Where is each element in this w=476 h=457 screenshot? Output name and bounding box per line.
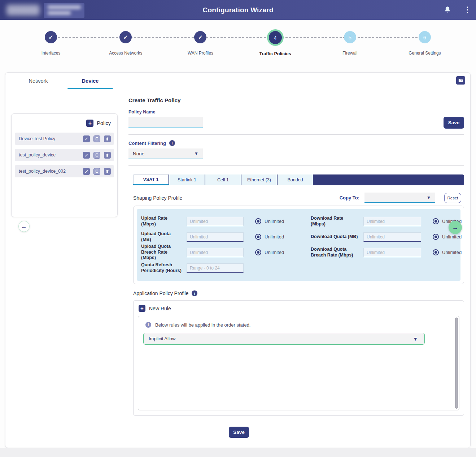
delete-policy-icon[interactable] [104,135,111,142]
step-firewall[interactable]: 5 Firewall [328,31,372,60]
content-filtering-label: Content Filtering [128,141,166,146]
info-icon: i [145,322,151,328]
radio-selected-icon [255,249,261,255]
info-icon[interactable]: i [192,290,197,296]
shaping-profile-box: Upload Rate (Mbps) Unlimited Download Ra… [133,206,464,284]
application-rules-box: + New Rule i Below rules will be applied… [133,300,464,416]
upload-rate-input[interactable] [187,217,244,226]
divider [128,134,464,135]
upload-quota-label: Upload Quota (MB) [141,231,182,242]
tab-network[interactable]: Network [22,78,54,84]
scope-tabs: Network Device [5,73,470,89]
upload-rate-label: Upload Rate (Mbps) [141,216,182,227]
copy-policy-icon[interactable] [93,152,100,159]
edit-policy-icon[interactable] [83,152,90,159]
active-tab-underline [67,88,113,89]
quota-refresh-label: Quota Refresh Periodicity (Hours) [141,262,182,273]
edit-policy-icon[interactable] [83,168,90,175]
more-options-icon[interactable]: ⋮ [464,5,470,15]
next-arrow-button[interactable]: → [449,221,462,234]
reset-button[interactable]: Reset [444,193,461,203]
shaping-fields-panel: Upload Rate (Mbps) Unlimited Download Ra… [137,209,460,281]
download-breach-unlimited-radio[interactable]: Unlimited [426,249,473,255]
vertical-scrollbar[interactable] [455,318,458,409]
tab-vsat-1[interactable]: VSAT 1 [133,174,169,185]
edit-policy-icon[interactable] [83,135,90,142]
application-profile-title: Application Policy Profile [133,290,188,296]
policy-row[interactable]: test_policy_device_002 [15,165,114,177]
upload-breach-unlimited-radio[interactable]: Unlimited [249,249,306,255]
radio-selected-icon [433,218,439,224]
step-upcoming-circle: 6 [419,31,431,43]
chevron-down-icon: ▼ [413,336,418,342]
tab-cell-1[interactable]: Cell 1 [205,174,241,185]
tab-starlink-1[interactable]: Starlink 1 [169,174,205,185]
chevron-down-icon: ▼ [427,195,431,200]
delete-policy-icon[interactable] [104,168,111,175]
chevron-down-icon: ▼ [194,151,198,156]
copy-policy-icon[interactable] [93,135,100,142]
download-breach-label: Download Quota Breach Rate (Mbps) [311,247,358,258]
download-quota-input[interactable] [363,232,421,242]
step-interfaces[interactable]: ✓ Interfaces [29,31,73,60]
upload-rate-unlimited-radio[interactable]: Unlimited [249,218,306,224]
radio-selected-icon [433,234,439,240]
policy-row[interactable]: Device Test Policy [15,133,114,145]
main-card: Network Device + Policy Device Test Poli… [5,72,471,448]
shaping-profile-title: Shaping Policy Profile [133,195,182,201]
save-button-top[interactable]: Save [444,117,464,129]
rules-list-container: i Below rules will be applied in the ord… [138,316,459,410]
copy-to-label: Copy To: [340,195,359,201]
step-access-networks[interactable]: ✓ Access Networks [104,31,147,60]
add-policy-button[interactable]: + Policy [15,120,114,127]
folder-icon[interactable] [456,76,465,85]
save-button-bottom[interactable]: Save [229,427,249,438]
quota-refresh-input[interactable] [187,263,244,273]
content-filtering-select[interactable]: None ▼ [128,148,203,159]
section-title: Create Traffic Policy [128,97,180,103]
tab-ethernet-3[interactable]: Ethernet (3) [241,174,278,185]
policy-row[interactable]: test_policy_device [15,149,114,161]
download-quota-label: Download Quota (MB) [311,234,358,240]
wizard-stepper: ✓ Interfaces ✓ Access Networks ✓ WAN Pro… [29,31,446,60]
info-icon[interactable]: i [169,140,175,146]
step-active-circle: 4 [269,31,282,44]
plus-icon: + [86,120,93,127]
policy-name-input[interactable] [128,117,203,128]
step-done-icon: ✓ [119,31,132,43]
divider [128,165,464,166]
step-traffic-policies[interactable]: 4 Traffic Policies [254,31,297,60]
page-bottom-strip [0,448,476,457]
delete-policy-icon[interactable] [104,152,111,159]
tab-device[interactable]: Device [67,73,113,89]
step-upcoming-circle: 5 [344,31,356,43]
implicit-allow-rule-select[interactable]: Implicit Allow ▼ [143,333,425,345]
copy-to-select[interactable]: ▼ [364,193,435,203]
app-header: Configuration Wizard ⋮ [0,0,476,20]
rules-order-note: Below rules will be applied in the order… [155,322,250,328]
policy-list-panel: + Policy Device Test Policy test_policy_… [11,113,118,217]
page-title: Configuration Wizard [0,6,476,14]
radio-selected-icon [433,249,439,255]
upload-quota-input[interactable] [187,232,244,242]
interface-tab-strip: VSAT 1 Starlink 1 Cell 1 Ethernet (3) Bo… [133,174,464,185]
upload-breach-label: Upload Quota Breach Rate (Mbps) [141,244,182,261]
radio-selected-icon [255,218,261,224]
download-quota-unlimited-radio[interactable]: Unlimited [426,234,473,240]
radio-selected-icon [255,234,261,240]
step-wan-profiles[interactable]: ✓ WAN Profiles [179,31,222,60]
new-rule-button[interactable]: + New Rule [134,301,464,315]
step-done-icon: ✓ [194,31,206,43]
download-rate-input[interactable] [363,217,421,226]
step-general-settings[interactable]: 6 General Settings [403,31,446,60]
download-breach-input[interactable] [363,248,421,257]
upload-breach-input[interactable] [187,248,244,257]
copy-policy-icon[interactable] [93,168,100,175]
notifications-bell-icon[interactable] [444,6,451,14]
download-rate-label: Download Rate (Mbps) [311,216,358,227]
tab-bonded[interactable]: Bonded [278,174,314,185]
step-done-icon: ✓ [45,31,57,43]
upload-quota-unlimited-radio[interactable]: Unlimited [249,234,306,240]
back-button[interactable]: ← [18,221,30,232]
plus-icon: + [139,305,145,312]
